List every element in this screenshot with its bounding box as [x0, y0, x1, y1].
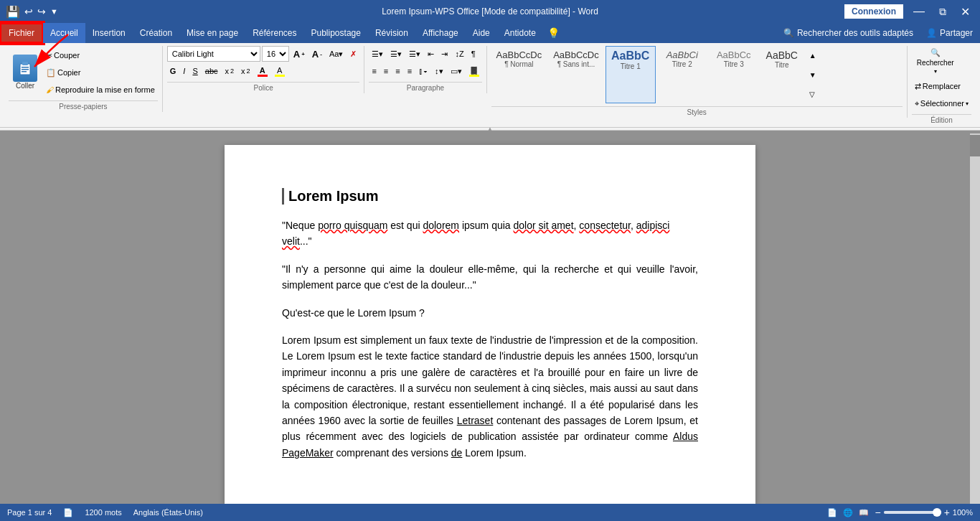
- align-right-button[interactable]: ≡: [392, 63, 402, 79]
- person-icon: 👤: [926, 28, 937, 38]
- search-tools[interactable]: 🔍 Rechercher des outils adaptés: [778, 23, 919, 43]
- partager-button[interactable]: 👤 Partager: [919, 23, 980, 43]
- view-normal-icon[interactable]: 📄: [827, 508, 837, 517]
- paragraph-2: "Il n'y a personne qui aime la douleur e…: [282, 261, 698, 294]
- title-bar: 💾 ↩ ↪ ▼ Lorem Ipsum-WPS Office [Mode de …: [0, 0, 980, 23]
- increase-indent-button[interactable]: ⇥: [438, 46, 451, 62]
- font-size-select[interactable]: 16: [262, 46, 289, 62]
- menu-antidote[interactable]: Antidote: [497, 23, 543, 43]
- highlight-button[interactable]: A: [272, 63, 288, 79]
- scrollbar[interactable]: [970, 133, 980, 504]
- superscript-button[interactable]: x2: [238, 63, 253, 79]
- font-row2: G I S abc x2 x2 A A: [167, 63, 360, 79]
- sort-button[interactable]: ↕Z: [452, 46, 466, 62]
- marks-button[interactable]: ¶: [468, 46, 479, 62]
- view-web-icon[interactable]: 🌐: [843, 508, 853, 517]
- increase-font-button[interactable]: A+: [291, 46, 308, 62]
- bullets-button[interactable]: ☰▾: [369, 46, 386, 62]
- line-spacing-button[interactable]: ↕▾: [432, 63, 446, 79]
- customize-icon[interactable]: ▼: [50, 7, 58, 16]
- copier-button[interactable]: 📋 Copier: [43, 65, 158, 80]
- save-icon[interactable]: 💾: [6, 5, 20, 19]
- close-icon[interactable]: ✕: [956, 5, 974, 19]
- underline-button[interactable]: S: [189, 63, 200, 79]
- font-tools: Calibri Light 16 A+ A- Aa▾ ✗ G I S abc x…: [167, 46, 360, 79]
- zoom-bar: − + 100%: [875, 507, 973, 518]
- style-sans-label: ¶ Sans int...: [557, 60, 595, 68]
- align-center-button[interactable]: ≡: [381, 63, 391, 79]
- style-titre-label: Titre: [775, 61, 789, 69]
- style-titre2-label: Titre 2: [672, 60, 692, 68]
- remplacer-button[interactable]: ⇄ Remplacer: [912, 78, 963, 94]
- styles-more-button[interactable]: ▽: [806, 86, 819, 102]
- case-button[interactable]: Aa▾: [326, 46, 346, 62]
- menu-creation[interactable]: Création: [133, 23, 179, 43]
- svg-rect-2: [22, 67, 29, 68]
- menu-insertion[interactable]: Insertion: [85, 23, 133, 43]
- styles-up-button[interactable]: ▲: [806, 47, 819, 63]
- menu-publipostage[interactable]: Publipostage: [304, 23, 368, 43]
- style-normal[interactable]: AaBbCcDc ¶ Normal: [491, 46, 547, 103]
- bold-button[interactable]: G: [167, 63, 179, 79]
- reproduire-button[interactable]: 🖌 Reproduire la mise en forme: [43, 82, 158, 98]
- document-area[interactable]: Lorem Ipsum "Neque porro quisquam est qu…: [0, 131, 980, 504]
- zoom-out-button[interactable]: −: [875, 507, 880, 518]
- zoom-thumb[interactable]: [933, 508, 941, 517]
- restore-icon[interactable]: ⧉: [935, 6, 951, 18]
- scrollbar-thumb[interactable]: [970, 135, 980, 156]
- style-titre1[interactable]: AaBbC Titre 1: [606, 46, 656, 103]
- numbering-button[interactable]: ☰▾: [387, 46, 405, 62]
- font-row1: Calibri Light 16 A+ A- Aa▾ ✗: [167, 46, 360, 62]
- clipboard-row: Coller ✂ Couper 📋 Copier 🖌: [9, 46, 158, 98]
- decrease-font-button[interactable]: A-: [309, 46, 325, 62]
- style-titre3-preview: AaBbCc: [717, 50, 751, 60]
- paragraph-4: Lorem Ipsum est simplement un faux texte…: [282, 332, 698, 461]
- justify-button[interactable]: ≡: [405, 63, 415, 79]
- italic-button[interactable]: I: [180, 63, 188, 79]
- decrease-indent-button[interactable]: ⇤: [425, 46, 437, 62]
- menu-fichier[interactable]: Fichier: [0, 23, 43, 43]
- zoom-in-button[interactable]: +: [944, 507, 950, 518]
- rechercher-button[interactable]: 🔍 Rechercher ▾: [912, 46, 959, 77]
- menu-accueil[interactable]: Accueil: [43, 23, 85, 43]
- borders-button[interactable]: ▭▾: [448, 63, 465, 79]
- style-titre1-preview: AaBbC: [611, 50, 649, 62]
- menu-mise-en-page[interactable]: Mise en page: [179, 23, 245, 43]
- style-titre[interactable]: AaBbC Titre: [760, 46, 804, 103]
- minimize-icon[interactable]: —: [909, 5, 929, 18]
- zoom-track[interactable]: [884, 511, 941, 514]
- clear-format-button[interactable]: ✗: [347, 46, 359, 62]
- style-sans-interligne[interactable]: AaBbCcDc ¶ Sans int...: [548, 46, 604, 103]
- undo-icon[interactable]: ↩: [24, 6, 33, 17]
- columns-button[interactable]: ⫿▾: [416, 63, 430, 79]
- styles-gallery: AaBbCcDc ¶ Normal AaBbCcDc ¶ Sans int...…: [491, 46, 903, 103]
- shading-button[interactable]: ▓: [466, 63, 482, 79]
- style-normal-label: ¶ Normal: [504, 60, 533, 68]
- paste-button[interactable]: Coller: [9, 52, 42, 93]
- menu-revision[interactable]: Révision: [368, 23, 415, 43]
- view-read-icon[interactable]: 📖: [859, 508, 869, 517]
- text-color-button[interactable]: A: [255, 63, 270, 79]
- multilevel-button[interactable]: ☰▾: [406, 46, 423, 62]
- styles-down-button[interactable]: ▼: [806, 67, 819, 83]
- style-titre2[interactable]: AaBbCi Titre 2: [657, 46, 707, 103]
- font-label: Police: [167, 82, 360, 92]
- align-left-button[interactable]: ≡: [369, 63, 379, 79]
- subscript-button[interactable]: x2: [222, 63, 237, 79]
- menu-affichage[interactable]: Affichage: [415, 23, 466, 43]
- font-name-select[interactable]: Calibri Light: [167, 46, 260, 62]
- selectionner-button[interactable]: ⌖ Sélectionner ▾: [912, 95, 971, 111]
- style-titre3[interactable]: AaBbCc Titre 3: [709, 46, 759, 103]
- strikethrough-button[interactable]: abc: [202, 63, 221, 79]
- menu-bar: Fichier Accueil Insertion Création Mise …: [0, 23, 980, 43]
- redo-icon[interactable]: ↪: [37, 6, 46, 17]
- clipboard-label: Presse-papiers: [9, 100, 158, 111]
- menu-references[interactable]: Références: [245, 23, 303, 43]
- couper-button[interactable]: ✂ Couper: [43, 47, 158, 63]
- styles-scroll: ▲ ▼ ▽: [805, 46, 821, 103]
- paste-label: Coller: [16, 82, 34, 90]
- edition-label: Édition: [912, 114, 971, 124]
- menu-aide[interactable]: Aide: [466, 23, 497, 43]
- edition-group: 🔍 Rechercher ▾ ⇄ Remplacer ⌖ Sélectionne…: [908, 46, 976, 126]
- connexion-button[interactable]: Connexion: [844, 4, 903, 19]
